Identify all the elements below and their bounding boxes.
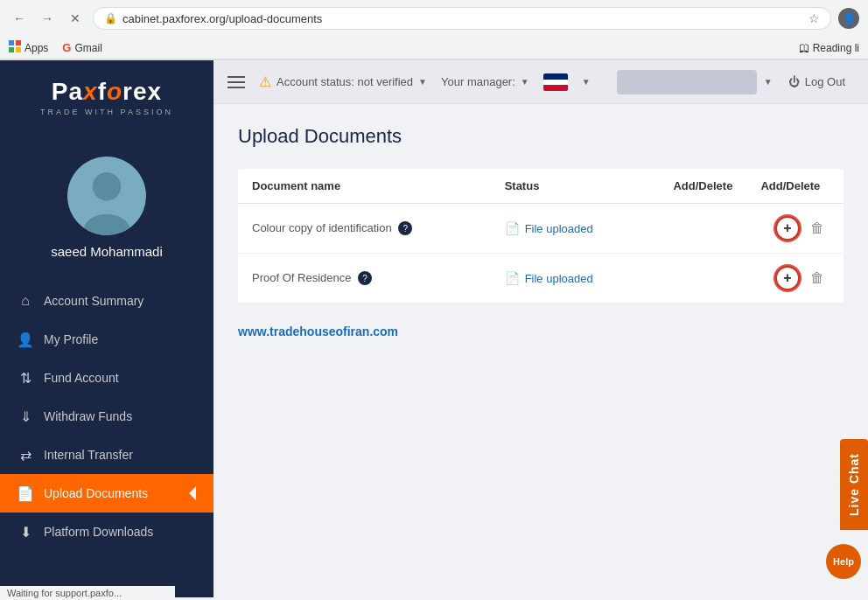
reading-icon: 🕮 [799, 42, 809, 54]
sidebar-item-upload-documents[interactable]: 📄 Upload Documents [0, 474, 214, 513]
manager-label: Your manager: [441, 75, 515, 88]
bookmark-star-icon: ☆ [808, 11, 820, 25]
sidebar-label-internal-transfer: Internal Transfer [44, 448, 133, 462]
transfer-icon: ⇄ [18, 447, 33, 463]
file-doc-icon-2: 📄 [505, 271, 520, 285]
sidebar-item-account-summary[interactable]: ⌂ Account Summary [0, 282, 214, 320]
withdraw-icon: ⇓ [18, 408, 33, 424]
top-bar: ⚠ Account status: not verified ▼ Your ma… [214, 60, 868, 104]
reading-mode-area: 🕮 Reading li [799, 42, 859, 54]
table-header: Document name Status Add/Delete Add/Dele… [238, 169, 844, 204]
svg-point-5 [93, 172, 121, 200]
address-bar: 🔒 cabinet.paxforex.org/upload-documents … [93, 7, 831, 30]
avatar-area: saeed Mohammadi [0, 148, 214, 273]
website-link[interactable]: www.tradehouseofiran.com [238, 324, 844, 338]
sidebar-label-my-profile: My Profile [44, 332, 98, 346]
url-text: cabinet.paxforex.org/upload-documents [122, 12, 803, 25]
manager-dropdown-arrow: ▼ [521, 77, 529, 87]
svg-rect-1 [16, 40, 21, 45]
table-body: Colour copy of identification ? 📄 File u… [238, 204, 844, 303]
document-icon: 📄 [18, 485, 33, 501]
sidebar-label-upload-documents: Upload Documents [44, 486, 148, 500]
user-icon: 👤 [18, 331, 33, 347]
reload-button[interactable]: ✕ [65, 8, 86, 29]
svg-rect-3 [16, 47, 21, 52]
user-name: saeed Mohammadi [51, 244, 163, 259]
logout-button[interactable]: ⏻ Log Out [780, 70, 854, 94]
doc-actions-mid-2 [659, 254, 746, 303]
back-button[interactable]: ← [9, 8, 30, 29]
documents-table: Document name Status Add/Delete Add/Dele… [238, 169, 844, 303]
logout-icon: ⏻ [788, 75, 800, 88]
delete-button-1[interactable]: 🗑 [805, 216, 830, 241]
logo-tagline: TRADE WITH PASSION [40, 108, 173, 116]
hamburger-line-1 [228, 76, 245, 78]
browser-toolbar: ← → ✕ 🔒 cabinet.paxforex.org/upload-docu… [0, 0, 868, 37]
profile-icon[interactable]: 👤 [838, 8, 859, 29]
doc-name-1: Colour copy of identification ? [238, 204, 491, 254]
col-header-add-delete-2: Add/Delete [746, 169, 844, 204]
lock-icon: 🔒 [104, 12, 117, 24]
table-header-row: Document name Status Add/Delete Add/Dele… [238, 169, 844, 204]
main-content: ⚠ Account status: not verified ▼ Your ma… [214, 60, 868, 597]
home-icon: ⌂ [18, 293, 33, 309]
file-status-text-1: File uploaded [525, 222, 593, 235]
doc-status-1: 📄 File uploaded [491, 204, 660, 254]
fund-icon: ⇅ [18, 370, 33, 386]
search-dropdown: ▼ [764, 77, 773, 87]
hamburger-line-2 [228, 81, 245, 83]
search-box[interactable] [617, 70, 757, 94]
logo-area: Paxforex TRADE WITH PASSION [0, 60, 214, 148]
logo: Paxforex [52, 78, 162, 106]
delete-button-2[interactable]: 🗑 [805, 266, 830, 290]
status-dropdown-arrow: ▼ [418, 77, 427, 87]
help-icon-2[interactable]: ? [358, 271, 372, 285]
account-status-text: Account status: not verified [276, 75, 413, 88]
table-row: Proof Of Residence ? 📄 File uploaded [238, 254, 844, 303]
logo-rex: rex [122, 78, 162, 105]
svg-rect-2 [9, 47, 14, 52]
action-buttons-2: + 🗑 [760, 266, 830, 290]
apps-bookmark[interactable]: ​ Apps [9, 40, 48, 55]
add-button-1[interactable]: + [775, 216, 800, 241]
sidebar-nav: ⌂ Account Summary 👤 My Profile ⇅ Fund Ac… [0, 282, 214, 551]
help-button[interactable]: Help [826, 544, 861, 579]
add-button-2[interactable]: + [775, 266, 800, 290]
account-status: ⚠ Account status: not verified ▼ [259, 73, 427, 90]
file-status-text-2: File uploaded [525, 272, 593, 285]
flag-dropdown-arrow: ▼ [582, 77, 591, 87]
table-row: Colour copy of identification ? 📄 File u… [238, 204, 844, 254]
doc-actions-1: + 🗑 [746, 204, 844, 254]
col-header-add-delete-1: Add/Delete [659, 169, 746, 204]
action-buttons-1: + 🗑 [760, 216, 830, 241]
gmail-label: Gmail [74, 42, 102, 54]
file-doc-icon-1: 📄 [505, 221, 520, 235]
sidebar-item-fund-account[interactable]: ⇅ Fund Account [0, 359, 214, 397]
live-chat-button[interactable]: Live Chat [840, 439, 868, 530]
avatar-svg [67, 157, 146, 235]
doc-name-2: Proof Of Residence ? [238, 254, 491, 303]
manager-section: Your manager: ▼ [441, 75, 529, 88]
flag-icon[interactable] [543, 73, 568, 91]
browser-chrome: ← → ✕ 🔒 cabinet.paxforex.org/upload-docu… [0, 0, 868, 60]
sidebar-item-platform-downloads[interactable]: ⬇ Platform Downloads [0, 513, 214, 551]
download-icon: ⬇ [18, 524, 33, 540]
forward-button[interactable]: → [37, 8, 58, 29]
avatar [67, 157, 146, 235]
logout-label: Log Out [805, 75, 845, 88]
col-header-status: Status [491, 169, 660, 204]
gmail-bookmark[interactable]: G Gmail [62, 41, 102, 54]
col-header-name: Document name [238, 169, 491, 204]
file-status-1: 📄 File uploaded [505, 221, 646, 235]
help-icon-1[interactable]: ? [398, 221, 412, 235]
sidebar-label-withdraw-funds: Withdraw Funds [44, 409, 132, 423]
apps-label: Apps [24, 42, 48, 54]
gmail-icon: G [62, 41, 71, 54]
sidebar-item-my-profile[interactable]: 👤 My Profile [0, 320, 214, 359]
page-content: Upload Documents Document name Status Ad… [214, 104, 868, 597]
sidebar-item-internal-transfer[interactable]: ⇄ Internal Transfer [0, 436, 214, 474]
sidebar-item-withdraw-funds[interactable]: ⇓ Withdraw Funds [0, 397, 214, 436]
logo-pax: Pa [52, 78, 83, 105]
hamburger-button[interactable] [228, 76, 245, 88]
reading-label: Reading li [813, 42, 859, 54]
